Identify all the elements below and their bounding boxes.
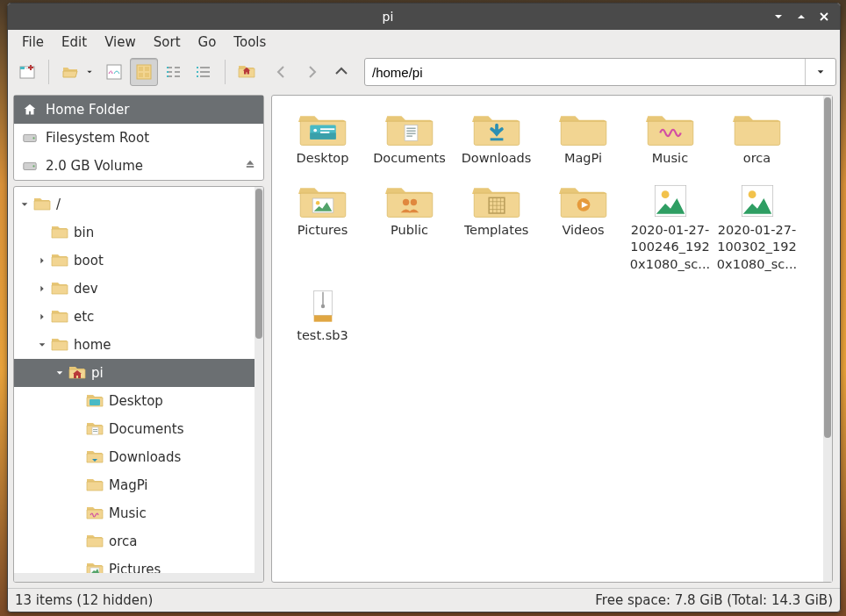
- tree-item-bin[interactable]: bin: [14, 218, 255, 247]
- new-tab-button[interactable]: [13, 58, 41, 86]
- file-item[interactable]: Music: [627, 103, 713, 175]
- places-volume-label: 2.0 GB Volume: [46, 158, 143, 174]
- file-item[interactable]: orca: [713, 103, 800, 175]
- tree-item-dev[interactable]: dev: [14, 275, 255, 303]
- eject-button[interactable]: [244, 158, 256, 174]
- directory-tree-body[interactable]: /binbootdevetchomepiDesktopDocumentsDown…: [14, 187, 255, 582]
- window-title: pi: [8, 10, 768, 24]
- documents-icon: [384, 108, 435, 150]
- tree-item-label: orca: [109, 534, 137, 549]
- content-vscrollbar[interactable]: [823, 96, 832, 582]
- expander-open-icon[interactable]: [51, 365, 68, 381]
- file-item[interactable]: 2020-01-27-100302_1920x1080_sc...: [713, 175, 800, 280]
- places-filesystem-root[interactable]: Filesystem Root: [14, 124, 263, 152]
- folder-view: DesktopDocumentsDownloadsMagPiMusicorcaP…: [271, 95, 833, 583]
- tree-item-etc[interactable]: etc: [14, 303, 255, 331]
- tree-hscrollbar[interactable]: [14, 573, 255, 582]
- tree-item-orca[interactable]: orca: [14, 527, 255, 555]
- menu-edit[interactable]: Edit: [53, 31, 96, 54]
- view-list-button[interactable]: [190, 58, 218, 86]
- menu-file[interactable]: File: [13, 31, 53, 54]
- tree-item-boot[interactable]: boot: [14, 247, 255, 275]
- path-input[interactable]: [365, 65, 805, 80]
- file-item[interactable]: Downloads: [453, 103, 540, 175]
- file-item-label: MagPi: [564, 150, 602, 168]
- tree-item-label: home: [74, 337, 111, 353]
- folder-icon: [51, 336, 68, 354]
- status-free-space: Free space: 7.8 GiB (Total: 14.3 GiB): [595, 592, 833, 608]
- menu-view[interactable]: View: [96, 31, 145, 54]
- open-folder-menu[interactable]: [86, 68, 93, 75]
- file-item[interactable]: Desktop: [279, 103, 366, 175]
- file-item-label: Downloads: [462, 150, 532, 168]
- folder-view-body[interactable]: DesktopDocumentsDownloadsMagPiMusicorcaP…: [276, 99, 823, 578]
- tree-vscrollbar[interactable]: [255, 187, 263, 582]
- tree-item-downloads[interactable]: Downloads: [14, 443, 255, 471]
- nav-back-button[interactable]: [268, 58, 296, 86]
- tree-item-documents[interactable]: Documents: [14, 415, 255, 443]
- file-item[interactable]: Videos: [540, 175, 627, 280]
- tree-item-label: Documents: [109, 421, 184, 437]
- expander-open-icon[interactable]: [16, 197, 33, 212]
- window-maximize-button[interactable]: [791, 6, 812, 27]
- tree-item--[interactable]: /: [14, 190, 255, 218]
- window-close-button[interactable]: [814, 6, 835, 27]
- tree-item-label: dev: [74, 281, 98, 297]
- tree-item-music[interactable]: Music: [14, 499, 255, 527]
- tree-item-label: /: [56, 197, 61, 212]
- status-items: 13 items (12 hidden): [15, 592, 595, 608]
- public-icon: [384, 180, 435, 222]
- tree-item-label: pi: [91, 365, 104, 381]
- drive-icon: [21, 129, 39, 147]
- nav-forward-button[interactable]: [298, 58, 326, 86]
- separator: [48, 60, 49, 84]
- folder-icon: [51, 224, 68, 241]
- folder-icon: [51, 308, 68, 326]
- tree-item-home[interactable]: home: [14, 331, 255, 359]
- nav-up-button[interactable]: [327, 58, 355, 86]
- side-panel: Home Folder Filesystem Root 2.0 GB Volum…: [13, 95, 264, 583]
- view-icons-button[interactable]: [130, 58, 158, 86]
- go-home-button[interactable]: [233, 58, 261, 86]
- places-volume[interactable]: 2.0 GB Volume: [14, 152, 263, 180]
- tree-item-label: bin: [74, 225, 94, 240]
- expander-open-icon[interactable]: [33, 337, 51, 353]
- menu-go[interactable]: Go: [190, 31, 226, 54]
- file-item[interactable]: test.sb3: [279, 280, 366, 352]
- expander-closed-icon[interactable]: [33, 309, 51, 325]
- open-folder-button[interactable]: [56, 58, 84, 86]
- drive-icon: [21, 157, 39, 175]
- file-item-label: Public: [391, 222, 428, 240]
- places-list: Home Folder Filesystem Root 2.0 GB Volum…: [13, 95, 264, 181]
- home-icon: [21, 101, 39, 118]
- file-item[interactable]: MagPi: [540, 103, 627, 175]
- file-manager-window: pi File Edit View Sort Go Tools: [7, 3, 841, 612]
- places-home[interactable]: Home Folder: [14, 96, 263, 124]
- file-item[interactable]: Documents: [366, 103, 453, 175]
- archive-icon: [298, 285, 348, 327]
- file-item[interactable]: Templates: [453, 175, 540, 280]
- tree-item-pi[interactable]: pi: [14, 359, 255, 387]
- path-history-dropdown[interactable]: [805, 59, 835, 85]
- view-thumbnails-button[interactable]: [100, 58, 128, 86]
- downloads-icon: [86, 448, 104, 466]
- menu-bar: File Edit View Sort Go Tools: [8, 30, 840, 54]
- tree-item-label: MagPi: [109, 477, 148, 493]
- view-compact-button[interactable]: [160, 58, 188, 86]
- file-item[interactable]: Pictures: [279, 175, 366, 280]
- expander-closed-icon[interactable]: [33, 253, 51, 269]
- file-item[interactable]: 2020-01-27-100246_1920x1080_sc...: [627, 175, 713, 280]
- file-item[interactable]: Public: [366, 175, 453, 280]
- folder-icon: [51, 280, 68, 297]
- tree-item-magpi[interactable]: MagPi: [14, 471, 255, 499]
- file-item-label: 2020-01-27-100302_1920x1080_sc...: [715, 222, 799, 273]
- scrollbar-thumb[interactable]: [824, 97, 831, 438]
- music-icon: [645, 108, 696, 150]
- menu-tools[interactable]: Tools: [225, 31, 275, 54]
- scrollbar-thumb[interactable]: [255, 189, 262, 339]
- expander-closed-icon[interactable]: [33, 281, 51, 297]
- menu-sort[interactable]: Sort: [145, 31, 190, 54]
- path-entry: [364, 58, 836, 86]
- window-minimize-button[interactable]: [768, 6, 789, 27]
- tree-item-desktop[interactable]: Desktop: [14, 387, 255, 415]
